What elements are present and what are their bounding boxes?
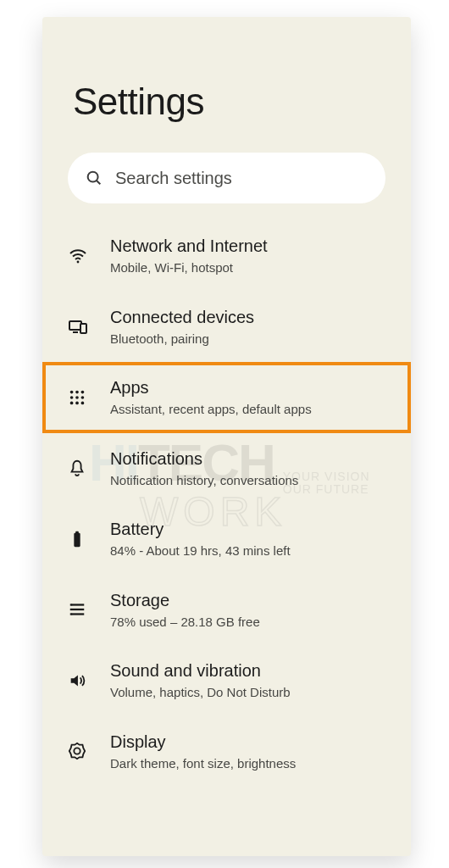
search-placeholder: Search settings: [115, 169, 232, 188]
row-network[interactable]: Network and Internet Mobile, Wi-Fi, hots…: [42, 220, 411, 292]
storage-icon: [68, 600, 110, 619]
svg-point-2: [77, 260, 80, 263]
row-title: Storage: [110, 590, 396, 611]
svg-line-1: [97, 181, 100, 184]
bell-icon: [68, 459, 110, 477]
row-subtitle: 78% used – 28.18 GB free: [110, 614, 396, 631]
row-subtitle: Bluetooth, pairing: [110, 331, 396, 348]
battery-icon: [68, 530, 110, 548]
row-subtitle: Mobile, Wi-Fi, hotspot: [110, 259, 396, 276]
row-subtitle: Volume, haptics, Do Not Disturb: [110, 684, 396, 701]
sound-icon: [68, 671, 110, 690]
svg-rect-15: [74, 532, 80, 547]
svg-point-20: [71, 609, 73, 610]
search-bar[interactable]: Search settings: [68, 153, 385, 203]
svg-point-11: [81, 396, 85, 399]
row-subtitle: Assistant, recent apps, default apps: [110, 401, 396, 418]
row-connected-devices[interactable]: Connected devices Bluetooth, pairing: [42, 292, 411, 363]
svg-rect-5: [80, 324, 86, 333]
row-subtitle: Dark theme, font size, brightness: [110, 755, 396, 772]
svg-point-8: [81, 391, 85, 394]
row-title: Display: [110, 732, 396, 753]
row-title: Sound and vibration: [110, 660, 396, 682]
row-sound[interactable]: Sound and vibration Volume, haptics, Do …: [42, 645, 411, 716]
devices-icon: [68, 316, 110, 337]
row-title: Connected devices: [110, 307, 396, 328]
svg-point-6: [70, 391, 74, 394]
svg-point-0: [88, 172, 98, 182]
settings-list: Network and Internet Mobile, Wi-Fi, hots…: [42, 220, 411, 787]
search-icon: [85, 169, 103, 187]
row-notifications[interactable]: Notifications Notification history, conv…: [42, 433, 411, 504]
svg-point-14: [81, 401, 85, 404]
svg-point-7: [75, 391, 79, 394]
svg-rect-3: [69, 321, 81, 330]
row-title: Notifications: [110, 448, 396, 470]
row-subtitle: 84% - About 19 hrs, 43 mins left: [110, 542, 396, 559]
row-title: Battery: [110, 519, 396, 540]
svg-rect-16: [75, 531, 79, 534]
svg-point-18: [71, 604, 73, 606]
wifi-icon: [68, 246, 110, 266]
page-title: Settings: [73, 81, 204, 123]
display-icon: [68, 742, 110, 760]
svg-point-13: [75, 401, 79, 404]
row-title: Network and Internet: [110, 236, 396, 257]
svg-point-22: [71, 614, 73, 615]
svg-point-10: [75, 396, 79, 399]
svg-point-24: [74, 748, 80, 754]
row-title: Apps: [110, 377, 396, 398]
svg-point-9: [70, 396, 74, 399]
svg-point-12: [70, 401, 74, 404]
row-apps[interactable]: Apps Assistant, recent apps, default app…: [42, 362, 411, 433]
svg-marker-23: [69, 743, 85, 759]
row-battery[interactable]: Battery 84% - About 19 hrs, 43 mins left: [42, 504, 411, 575]
settings-screen: Settings Search settings HI TECH YOUR VI…: [42, 17, 411, 856]
row-display[interactable]: Display Dark theme, font size, brightnes…: [42, 716, 411, 787]
row-storage[interactable]: Storage 78% used – 28.18 GB free: [42, 575, 411, 646]
row-subtitle: Notification history, conversations: [110, 472, 396, 489]
apps-icon: [68, 388, 110, 407]
